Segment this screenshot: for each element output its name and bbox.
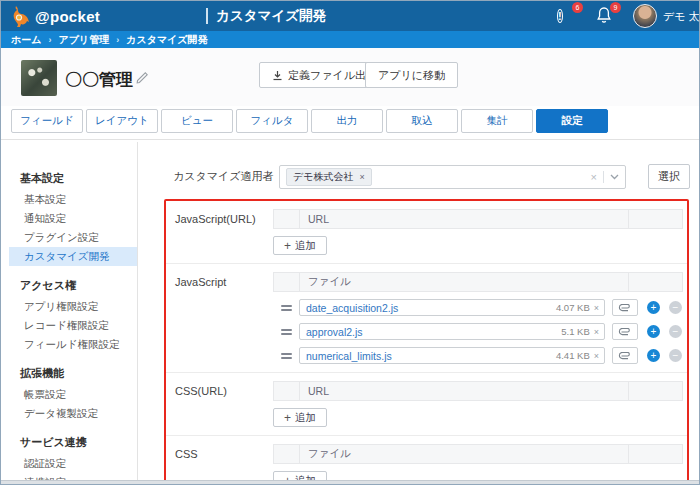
- breadcrumb: ホーム › アプリ管理 › カスタマイズ開発: [1, 31, 699, 48]
- sidebar-item-data-copy-settings[interactable]: データ複製設定: [9, 404, 137, 423]
- file-size: 4.41 KB: [556, 350, 594, 361]
- applier-multiselect[interactable]: デモ株式会社 × ×: [279, 165, 626, 189]
- add-row-button[interactable]: +: [647, 325, 660, 338]
- drag-column-header: [274, 382, 300, 400]
- breadcrumb-separator: ›: [116, 35, 119, 45]
- file-column-header: ファイル: [300, 275, 628, 289]
- pocket-logo[interactable]: @pocket: [9, 4, 100, 28]
- customize-applier-row: カスタマイズ適用者 デモ株式会社 × × 選択: [153, 142, 693, 199]
- annotation-rectangle: JavaScript(URL) URL + 追加: [164, 199, 689, 480]
- export-definition-label: 定義ファイル出力: [288, 68, 377, 83]
- file-field: approval2.js 5.1 KB ×: [299, 323, 605, 340]
- app-tabs: フィールド レイアウト ビュー フィルタ 出力 取込 集計 設定: [1, 106, 699, 139]
- edit-title-pencil-icon[interactable]: [135, 70, 150, 85]
- url-column-header: URL: [300, 385, 628, 397]
- select-applier-button[interactable]: 選択: [648, 164, 690, 189]
- page-title: カスタマイズ開発: [216, 7, 326, 25]
- drag-handle[interactable]: [273, 329, 299, 335]
- topbar-actions: ! 6 9 デモ 太郎: [557, 1, 699, 31]
- attach-file-button[interactable]: [612, 347, 638, 364]
- sidebar-header-extensions: 拡張機能: [9, 365, 137, 382]
- add-javascript-url-label: 追加: [295, 239, 316, 253]
- remove-row-button[interactable]: −: [669, 301, 682, 314]
- tab-filter[interactable]: フィルタ: [236, 109, 308, 133]
- tab-layout[interactable]: レイアウト: [86, 109, 158, 133]
- actions-column-header: [628, 382, 682, 400]
- tag-remove-icon[interactable]: ×: [359, 172, 364, 182]
- breadcrumb-home[interactable]: ホーム: [11, 33, 41, 47]
- tab-view[interactable]: ビュー: [161, 109, 233, 133]
- file-link[interactable]: approval2.js: [300, 326, 561, 338]
- sidebar-item-notification-settings[interactable]: 通知設定: [9, 209, 137, 228]
- add-css-file-button[interactable]: + 追加: [273, 471, 327, 480]
- sidebar-item-report-settings[interactable]: 帳票設定: [9, 385, 137, 404]
- file-field: date_acquisition2.js 4.07 KB ×: [299, 299, 605, 316]
- add-row-button[interactable]: +: [647, 301, 660, 314]
- remove-row-button[interactable]: −: [669, 349, 682, 362]
- kangaroo-mascot-icon: [9, 4, 31, 28]
- css-url-label: CSS(URL): [175, 381, 273, 427]
- bell-notification-button[interactable]: 9: [595, 6, 615, 26]
- add-css-url-label: 追加: [295, 411, 316, 425]
- drag-column-header: [274, 273, 300, 291]
- tab-output[interactable]: 出力: [311, 109, 383, 133]
- drag-handle[interactable]: [273, 353, 299, 359]
- user-avatar[interactable]: [633, 4, 657, 28]
- remove-file-icon[interactable]: ×: [594, 327, 604, 337]
- chevron-down-icon[interactable]: [610, 174, 619, 180]
- download-icon: [272, 70, 283, 81]
- plus-icon: +: [284, 412, 291, 424]
- css-table-header: ファイル: [273, 444, 683, 464]
- drag-handle[interactable]: [273, 305, 299, 311]
- actions-column-header: [628, 445, 682, 463]
- attach-file-button[interactable]: [612, 299, 638, 316]
- sidebar-item-plugin-settings[interactable]: プラグイン設定: [9, 228, 137, 247]
- drag-column-header: [274, 210, 300, 228]
- remove-row-button[interactable]: −: [669, 325, 682, 338]
- sidebar-item-auth-settings[interactable]: 認証設定: [9, 454, 137, 473]
- top-bar: @pocket カスタマイズ開発 ! 6 9 デモ 太郎: [1, 1, 699, 31]
- js-file-row: date_acquisition2.js 4.07 KB × + −: [273, 299, 683, 316]
- drag-column-header: [274, 445, 300, 463]
- css-label: CSS: [175, 444, 273, 480]
- css-url-section: CSS(URL) URL + 追加: [166, 373, 687, 436]
- remove-file-icon[interactable]: ×: [594, 303, 604, 313]
- sidebar-header-access: アクセス権: [9, 277, 137, 294]
- paperclip-icon: [618, 304, 632, 312]
- sidebar-item-integration-settings[interactable]: 連携設定: [9, 473, 137, 480]
- tab-settings[interactable]: 設定: [536, 109, 608, 133]
- company-tag-label: デモ株式会社: [293, 170, 353, 184]
- tab-fields[interactable]: フィールド: [11, 109, 83, 133]
- remove-file-icon[interactable]: ×: [594, 351, 604, 361]
- attach-file-button[interactable]: [612, 323, 638, 340]
- settings-sidebar: 基本設定 基本設定 通知設定 プラグイン設定 カスタマイズ開発 アクセス権 アプ…: [9, 142, 138, 480]
- logo-text: @pocket: [35, 8, 100, 25]
- sidebar-item-field-permission[interactable]: フィールド権限設定: [9, 335, 137, 354]
- sidebar-item-basic-settings[interactable]: 基本設定: [9, 190, 137, 209]
- actions-column-header: [628, 210, 682, 228]
- breadcrumb-app-management[interactable]: アプリ管理: [58, 33, 109, 47]
- add-css-url-button[interactable]: + 追加: [273, 408, 327, 427]
- go-to-app-button[interactable]: アプリに移動: [365, 62, 458, 88]
- javascript-table-header: ファイル: [273, 272, 683, 292]
- js-file-row: approval2.js 5.1 KB × + −: [273, 323, 683, 340]
- tab-import[interactable]: 取込: [386, 109, 458, 133]
- app-title: 〇〇管理: [65, 68, 133, 91]
- sidebar-item-customize-development[interactable]: カスタマイズ開発: [9, 247, 137, 266]
- content-area: 基本設定 基本設定 通知設定 プラグイン設定 カスタマイズ開発 アクセス権 アプ…: [1, 139, 699, 480]
- sidebar-item-record-permission[interactable]: レコード権限設定: [9, 316, 137, 335]
- add-row-button[interactable]: +: [647, 349, 660, 362]
- sidebar-item-app-permission[interactable]: アプリ権限設定: [9, 297, 137, 316]
- add-javascript-url-button[interactable]: + 追加: [273, 236, 327, 255]
- clear-selection-icon[interactable]: ×: [591, 171, 597, 183]
- alert-badge: 6: [572, 2, 583, 13]
- bell-badge: 9: [610, 2, 621, 13]
- url-column-header: URL: [300, 213, 628, 225]
- actions-column-header: [628, 273, 682, 291]
- alert-notification-button[interactable]: ! 6: [557, 6, 577, 26]
- file-size: 5.1 KB: [561, 326, 594, 337]
- app-thumbnail: [21, 60, 57, 96]
- file-link[interactable]: numerical_limits.js: [300, 350, 556, 362]
- tab-aggregate[interactable]: 集計: [461, 109, 533, 133]
- file-link[interactable]: date_acquisition2.js: [300, 302, 556, 314]
